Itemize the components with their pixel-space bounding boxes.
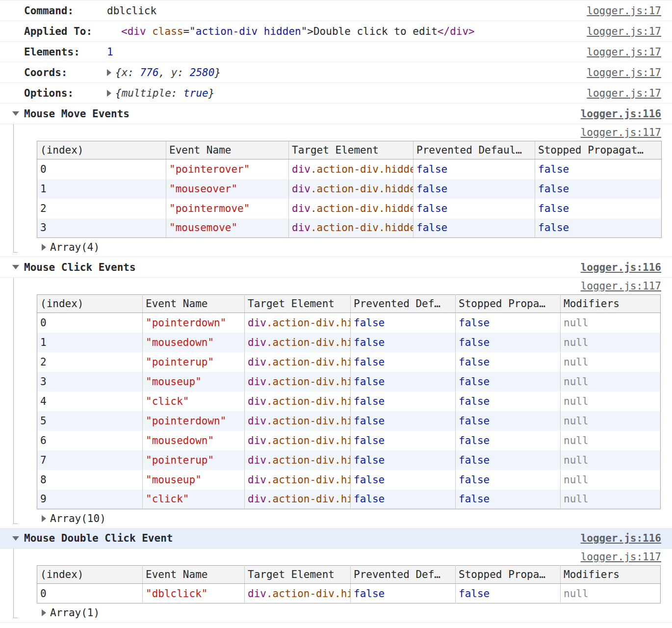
element-text: Double click to edit bbox=[313, 26, 438, 37]
node-preview[interactable]: div.action-div.hidden bbox=[248, 454, 351, 466]
node-preview[interactable]: div.action-div.hidden bbox=[248, 493, 351, 505]
source-link[interactable]: logger.js:17 bbox=[587, 5, 661, 17]
cell-prevented-default: false bbox=[351, 450, 456, 470]
column-header[interactable]: (index) bbox=[37, 566, 143, 584]
log-row-elements: Elements: 1 logger.js:17 bbox=[0, 42, 672, 62]
null-value: null bbox=[564, 395, 589, 407]
cell-stopped-propagation: false bbox=[535, 199, 662, 218]
table-row: 0"dblclick"div.action-div.hiddenfalsefal… bbox=[37, 584, 661, 603]
node-preview[interactable]: div.action-div.hidden bbox=[292, 183, 414, 195]
column-header[interactable]: Modifiers bbox=[561, 295, 661, 313]
column-header[interactable]: Prevented Def… bbox=[351, 295, 456, 313]
column-header[interactable]: Prevented Defaul… bbox=[414, 141, 535, 159]
boolean-value: false bbox=[416, 203, 447, 214]
source-link[interactable]: logger.js:17 bbox=[587, 26, 661, 37]
column-header[interactable]: Stopped Propa… bbox=[456, 295, 561, 313]
column-header[interactable]: Target Element bbox=[245, 295, 351, 313]
column-header[interactable]: Event Name bbox=[143, 295, 245, 313]
boolean-value: false bbox=[354, 454, 385, 466]
node-preview[interactable]: div.action-div.hidden bbox=[248, 415, 351, 427]
column-header[interactable]: (index) bbox=[37, 295, 143, 313]
chevron-down-icon[interactable] bbox=[12, 111, 19, 116]
source-link[interactable]: logger.js:116 bbox=[581, 108, 661, 120]
event-name-string: "click" bbox=[146, 395, 189, 407]
node-classes: .action-div.hidden bbox=[266, 435, 351, 446]
array-preview[interactable]: Array(10) bbox=[0, 509, 672, 528]
boolean-value: false bbox=[354, 317, 385, 329]
group-header[interactable]: Mouse Move Events logger.js:116 bbox=[0, 104, 672, 124]
cell-stopped-propagation: false bbox=[456, 313, 561, 333]
column-header[interactable]: Event Name bbox=[143, 566, 245, 584]
column-header[interactable]: (index) bbox=[37, 141, 166, 159]
column-header[interactable]: Modifiers bbox=[561, 566, 661, 584]
node-preview[interactable]: div.action-div.hidden bbox=[292, 163, 414, 175]
node-preview[interactable]: div.action-div.hidden bbox=[248, 376, 351, 388]
column-header[interactable]: Target Element bbox=[245, 566, 351, 584]
column-header[interactable]: Event Name bbox=[166, 141, 289, 159]
chevron-right-icon[interactable] bbox=[42, 515, 46, 522]
column-header[interactable]: Stopped Propa… bbox=[456, 566, 561, 584]
cell-modifiers: null bbox=[561, 450, 661, 470]
source-link[interactable]: logger.js:116 bbox=[581, 262, 661, 273]
chevron-right-icon[interactable] bbox=[107, 90, 111, 97]
coords-object-preview[interactable]: {x: 776, y: 2580} bbox=[115, 67, 221, 78]
cell-target: div.action-div.hidden bbox=[245, 584, 351, 603]
chevron-down-icon[interactable] bbox=[12, 536, 19, 541]
chevron-right-icon[interactable] bbox=[42, 609, 46, 616]
node-preview[interactable]: div.action-div.hidden bbox=[292, 222, 414, 234]
cell-event-name: "pointerup" bbox=[143, 450, 245, 470]
group-body: logger.js:117 (index)Event NameTarget El… bbox=[0, 124, 672, 257]
preview-punct: : bbox=[128, 67, 140, 78]
chevron-down-icon[interactable] bbox=[12, 265, 19, 269]
column-header[interactable]: Prevented Def… bbox=[351, 566, 456, 584]
source-link[interactable]: logger.js:117 bbox=[581, 551, 661, 563]
source-link[interactable]: logger.js:116 bbox=[581, 532, 661, 544]
source-link[interactable]: logger.js:117 bbox=[581, 127, 661, 138]
node-preview[interactable]: div.action-div.hidden bbox=[248, 337, 351, 348]
group-header[interactable]: Mouse Double Click Event logger.js:116 bbox=[0, 528, 672, 549]
preview-punct: : bbox=[178, 67, 190, 78]
node-preview[interactable]: div.action-div.hidden bbox=[248, 435, 351, 446]
cell-target: div.action-div.hidden bbox=[245, 372, 351, 392]
cell-prevented-default: false bbox=[351, 313, 456, 333]
element-preview[interactable]: <div class="action-div hidden">Double cl… bbox=[121, 26, 475, 37]
table-row: 2"pointermove"div.action-div.hiddenfalse… bbox=[37, 199, 662, 218]
group-body: logger.js:117 (index)Event NameTarget El… bbox=[0, 549, 672, 623]
array-preview[interactable]: Array(4) bbox=[0, 238, 672, 257]
event-name-string: "pointerdown" bbox=[146, 415, 226, 427]
source-link[interactable]: logger.js:17 bbox=[587, 46, 661, 58]
source-link[interactable]: logger.js:17 bbox=[587, 87, 661, 99]
node-preview[interactable]: div.action-div.hidden bbox=[292, 203, 414, 214]
chevron-right-icon[interactable] bbox=[42, 244, 46, 251]
column-header[interactable]: Target Element bbox=[289, 141, 414, 159]
cell-event-name: "pointerup" bbox=[143, 352, 245, 372]
column-header[interactable]: Stopped Propagat… bbox=[535, 141, 662, 159]
boolean-value: false bbox=[459, 415, 490, 427]
cell-target: div.action-div.hidden bbox=[245, 352, 351, 372]
options-object-preview[interactable]: {multiple: true} bbox=[115, 87, 214, 99]
cell-event-name: "pointermove" bbox=[166, 199, 289, 218]
command-value: dblclick bbox=[107, 5, 156, 17]
event-name-string: "mousedown" bbox=[146, 435, 214, 446]
node-preview[interactable]: div.action-div.hidden bbox=[248, 588, 351, 600]
log-row-coords: Coords: {x: 776, y: 2580} logger.js:17 bbox=[0, 62, 672, 83]
cell-index: 4 bbox=[37, 392, 143, 411]
preview-value-multiple: true bbox=[183, 87, 208, 99]
event-name-string: "mouseup" bbox=[146, 376, 202, 388]
cell-stopped-propagation: false bbox=[535, 179, 662, 199]
source-link[interactable]: logger.js:17 bbox=[587, 67, 661, 78]
cell-prevented-default: false bbox=[351, 333, 456, 352]
event-name-string: "dblclick" bbox=[146, 588, 207, 600]
array-preview[interactable]: Array(1) bbox=[0, 603, 672, 622]
cell-index: 9 bbox=[37, 490, 143, 509]
node-preview[interactable]: div.action-div.hidden bbox=[248, 395, 351, 407]
source-link[interactable]: logger.js:117 bbox=[581, 280, 661, 292]
node-preview[interactable]: div.action-div.hidden bbox=[248, 356, 351, 368]
node-preview[interactable]: div.action-div.hidden bbox=[248, 474, 351, 486]
node-classes: .action-div.hidden bbox=[266, 395, 351, 407]
event-name-string: "click" bbox=[146, 493, 189, 505]
event-name-string: "mouseover" bbox=[169, 183, 237, 195]
node-preview[interactable]: div.action-div.hidden bbox=[248, 317, 351, 329]
chevron-right-icon[interactable] bbox=[107, 69, 111, 76]
group-header[interactable]: Mouse Click Events logger.js:116 bbox=[0, 257, 672, 278]
